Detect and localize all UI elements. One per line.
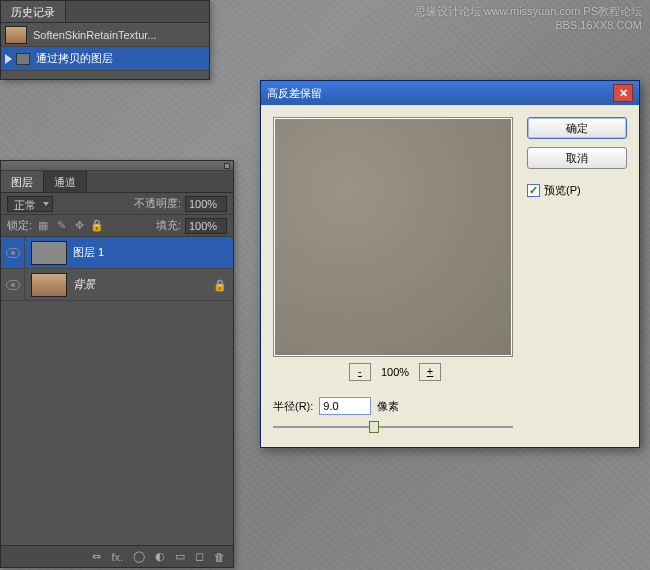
slider-thumb[interactable] [369,421,379,433]
lock-icon: 🔒 [213,279,225,291]
tab-layers[interactable]: 图层 [1,171,44,192]
watermark-line2: BBS.16XX8.COM [555,19,642,31]
preview-checkbox-label: 预览(P) [544,183,581,198]
opacity-label: 不透明度: [134,196,181,211]
radius-row: 半径(R): 像素 [273,397,517,415]
history-row-label: 通过拷贝的图层 [36,51,113,66]
blend-opacity-row: 正常 不透明度: 100% [1,193,233,215]
zoom-controls: - 100% + [273,363,517,381]
tab-history[interactable]: 历史记录 [1,1,66,22]
layer-copy-icon [16,53,30,65]
cancel-button[interactable]: 取消 [527,147,627,169]
panel-menu-icon[interactable] [224,163,230,169]
fill-input[interactable]: 100% [185,218,227,234]
layer-row[interactable]: 背景 🔒 [1,269,233,301]
lock-all-icon[interactable]: 🔒 [90,219,104,233]
dialog-title: 高反差保留 [267,86,322,101]
high-pass-dialog: 高反差保留 ✕ - 100% + 半径(R): 像素 确定 取消 [260,80,640,448]
lock-brush-icon[interactable]: ✎ [54,219,68,233]
layers-footer: ⇔ fx. ◯ ◐ ▭ ◻ 🗑 [1,545,233,567]
close-icon[interactable]: ✕ [613,84,633,102]
preview-checkbox[interactable]: ✓ [527,184,540,197]
new-layer-icon[interactable]: ◻ [195,550,204,563]
layer-row[interactable]: 图层 1 [1,237,233,269]
history-rows: SoftenSkinRetainTextur... 通过拷贝的图层 [1,23,209,71]
dialog-titlebar[interactable]: 高反差保留 ✕ [261,81,639,105]
history-current-icon [5,54,12,64]
radius-slider[interactable] [273,419,513,435]
history-row-label: SoftenSkinRetainTextur... [33,29,157,41]
adjustment-icon[interactable]: ◐ [155,550,165,563]
opacity-input[interactable]: 100% [185,196,227,212]
layers-tabs: 图层 通道 [1,171,233,193]
layer-thumb-icon[interactable] [31,273,67,297]
tab-channels[interactable]: 通道 [44,171,87,192]
visibility-eye-icon[interactable] [6,248,20,258]
slider-track [273,426,513,428]
history-row[interactable]: 通过拷贝的图层 [1,47,209,71]
layer-name[interactable]: 图层 1 [73,245,233,260]
watermark-line1: 思缘设计论坛 www.missyuan.com PS教程论坛 [415,5,642,17]
panel-drag-bar[interactable] [1,161,233,171]
visibility-eye-icon[interactable] [6,280,20,290]
ok-button[interactable]: 确定 [527,117,627,139]
radius-label: 半径(R): [273,399,313,414]
history-tabs: 历史记录 [1,1,209,23]
lock-move-icon[interactable]: ✥ [72,219,86,233]
history-row[interactable]: SoftenSkinRetainTextur... [1,23,209,47]
watermark: 思缘设计论坛 www.missyuan.com PS教程论坛 BBS.16XX8… [415,4,642,32]
group-icon[interactable]: ▭ [175,550,185,563]
lock-fill-row: 锁定: ▦ ✎ ✥ 🔒 填充: 100% [1,215,233,237]
lock-label: 锁定: [7,218,32,233]
mask-icon[interactable]: ◯ [133,550,145,563]
history-panel: 历史记录 SoftenSkinRetainTextur... 通过拷贝的图层 [0,0,210,80]
link-layers-icon[interactable]: ⇔ [92,550,101,563]
layer-thumb-icon[interactable] [31,241,67,265]
zoom-in-button[interactable]: + [419,363,441,381]
lock-transparent-icon[interactable]: ▦ [36,219,50,233]
fx-icon[interactable]: fx. [111,551,123,563]
layers-panel: 图层 通道 正常 不透明度: 100% 锁定: ▦ ✎ ✥ 🔒 填充: 100%… [0,160,234,568]
zoom-out-button[interactable]: - [349,363,371,381]
radius-input[interactable] [319,397,371,415]
zoom-value: 100% [381,366,409,378]
lock-icons: ▦ ✎ ✥ 🔒 [36,219,104,233]
radius-unit: 像素 [377,399,399,414]
trash-icon[interactable]: 🗑 [214,551,225,563]
fill-label: 填充: [156,218,181,233]
blend-mode-dropdown[interactable]: 正常 [7,196,53,212]
layer-list: 图层 1 背景 🔒 [1,237,233,517]
layer-name[interactable]: 背景 [73,277,213,292]
preview-checkbox-row[interactable]: ✓ 预览(P) [527,183,627,198]
history-thumb-icon [5,26,27,44]
filter-preview[interactable] [273,117,513,357]
